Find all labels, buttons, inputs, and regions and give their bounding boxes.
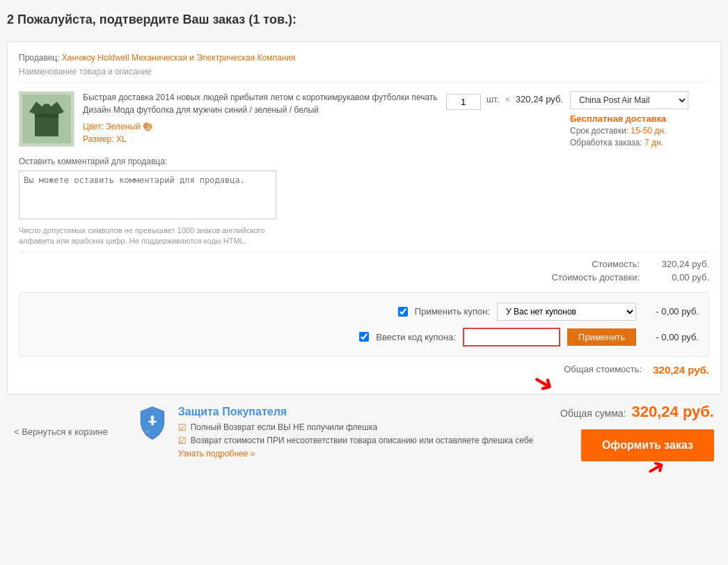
- total-value: 320,24 руб.: [653, 364, 709, 376]
- product-price: 320,24 руб.: [516, 94, 563, 104]
- code-discount: - 0,00 руб.: [643, 332, 699, 342]
- back-to-cart-link[interactable]: < Вернуться к корзине: [14, 427, 108, 437]
- cost-value: 320,24 руб.: [654, 259, 709, 269]
- processing-time: Обработка заказа: 7 дн.: [570, 138, 709, 148]
- product-details: Быстрая доставка 2014 новых людей прибыт…: [83, 91, 438, 147]
- product-left: Быстрая доставка 2014 новых людей прибыт…: [19, 91, 563, 247]
- color-value: Зеленый: [106, 122, 141, 132]
- comment-label: Оставить комментарий для продавца:: [19, 157, 563, 166]
- coupon-code-input[interactable]: [463, 328, 560, 347]
- page-title: 2 Пожалуйста, подтвердите Ваш заказ (1 т…: [7, 7, 721, 33]
- comment-section: Оставить комментарий для продавца: Число…: [19, 157, 563, 247]
- protection-block: 🛒 Защита Покупателя ☑ Полный Возврат есл…: [135, 406, 534, 459]
- shipping-cost-label: Стоимость доставки:: [551, 272, 640, 282]
- product-image: [19, 91, 74, 147]
- svg-point-3: [42, 104, 52, 113]
- cost-label: Стоимость:: [592, 259, 640, 269]
- product-row: Быстрая доставка 2014 новых людей прибыт…: [19, 91, 709, 247]
- comment-input[interactable]: [19, 170, 276, 219]
- seller-label: Продавец:: [19, 53, 60, 63]
- delivery-time: Срок доставки: 15-50 дн.: [570, 126, 709, 136]
- total-label: Общая стоимость:: [564, 364, 642, 376]
- product-size: Размер: XL: [83, 134, 438, 144]
- apply-coupon-checkbox[interactable]: [398, 307, 408, 317]
- cost-summary: Стоимость: 320,24 руб. Стоимость доставк…: [19, 251, 709, 282]
- svg-point-6: [150, 415, 154, 419]
- product-title: Быстрая доставка 2014 новых людей прибыт…: [83, 91, 438, 116]
- learn-more-link[interactable]: Узнать подробнее »: [178, 449, 534, 459]
- quantity-input[interactable]: [446, 94, 481, 110]
- size-value: XL: [116, 134, 127, 144]
- enter-code-checkbox[interactable]: [359, 332, 369, 342]
- cost-row: Стоимость: 320,24 руб.: [19, 259, 709, 269]
- coupon-code-row: Ввести код купона: Применить - 0,00 руб.: [29, 328, 699, 347]
- product-color: Цвет: Зеленый 🎨: [83, 122, 438, 132]
- shipping-cost-row: Стоимость доставки: 0,00 руб.: [19, 272, 709, 282]
- bottom-bar: < Вернуться к корзине 🛒 Защита Покупател…: [7, 403, 721, 461]
- svg-rect-2: [35, 114, 58, 118]
- shipping-cost-value: 0,00 руб.: [654, 272, 709, 282]
- free-shipping-label: Бесплатная доставка: [570, 113, 709, 124]
- protection-title: Защита Покупателя: [178, 406, 534, 418]
- apply-coupon-label: Применить купон:: [415, 306, 490, 317]
- coupon-row: Применить купон: У Вас нет купонов - 0,0…: [29, 303, 699, 321]
- comment-hint: Число допустимых символов не превышает 1…: [19, 225, 276, 247]
- apply-coupon-button[interactable]: Применить: [567, 328, 636, 346]
- order-total-section: Общая сумма: 320,24 руб. Оформить заказ: [560, 403, 714, 461]
- order-total-amount: 320,24 руб.: [631, 403, 714, 421]
- protection-text: Защита Покупателя ☑ Полный Возврат если …: [178, 406, 534, 459]
- shield-icon: 🛒: [135, 406, 170, 440]
- shipping-method-select[interactable]: China Post Air Mail: [570, 91, 688, 109]
- seller-name: Ханчжоу Holdwell Механическая и Электрич…: [62, 53, 296, 63]
- coupon-select[interactable]: У Вас нет купонов: [497, 303, 636, 321]
- protection-item-2: ☑ Возврат стоимости ПРИ несоответствии т…: [178, 436, 534, 446]
- goods-header: Наименование товара и описание: [19, 67, 709, 83]
- svg-text:🛒: 🛒: [145, 429, 151, 435]
- shipping-section: China Post Air Mail Бесплатная доставка …: [563, 91, 709, 148]
- order-total-label: Общая сумма:: [560, 408, 626, 419]
- enter-code-label: Ввести код купона:: [376, 332, 456, 342]
- protection-item-1: ☑ Полный Возврат если ВЫ НЕ получили фле…: [178, 422, 534, 433]
- coupon-discount: - 0,00 руб.: [643, 306, 699, 317]
- seller-info: Продавец: Ханчжоу Holdwell Механическая …: [19, 53, 709, 63]
- total-cost-row: Общая стоимость: 320,24 руб.: [19, 357, 709, 383]
- order-card: Продавец: Ханчжоу Holdwell Механическая …: [7, 41, 721, 395]
- unit-label: шт.: [486, 94, 500, 104]
